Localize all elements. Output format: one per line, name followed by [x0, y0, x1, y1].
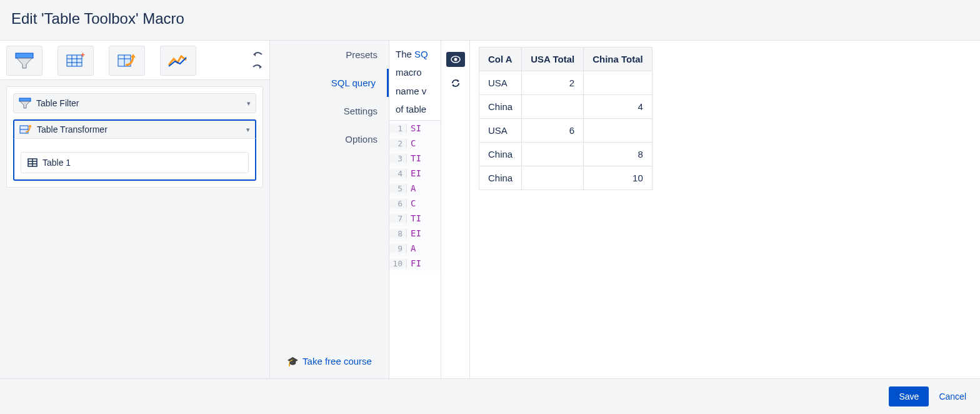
grid-plus-icon: +: [66, 53, 86, 69]
undo-redo-group: [252, 51, 263, 70]
svg-point-24: [454, 58, 457, 61]
svg-text:+: +: [81, 53, 85, 59]
transform-small-icon: [19, 124, 32, 134]
take-free-course-link[interactable]: 🎓Take free course: [270, 348, 389, 378]
tree-card: Table Filter ▾ Table Transformer ▾: [6, 86, 263, 188]
cell: [522, 143, 584, 166]
preview-controls: [441, 41, 470, 378]
sql-link[interactable]: SQ: [414, 49, 428, 59]
page-title: Edit 'Table Toolbox' Macro: [11, 10, 969, 28]
cell: 2: [522, 71, 584, 95]
titlebar: Edit 'Table Toolbox' Macro: [0, 0, 980, 41]
undo-icon[interactable]: [252, 51, 263, 58]
tabs-column: Presets SQL query Settings Options 🎓Take…: [270, 41, 389, 378]
editor-column: The SQ macro name v of table 1SI 2C 3TI …: [389, 41, 441, 378]
graduation-cap-icon: 🎓: [287, 356, 299, 366]
tab-options[interactable]: Options: [270, 125, 389, 153]
chart-icon: [168, 53, 189, 69]
eye-icon: [451, 56, 461, 63]
node-body-transformer: Table 1: [13, 138, 256, 181]
cell: USA: [479, 71, 522, 95]
refresh-icon: [451, 78, 461, 88]
refresh-button[interactable]: [451, 78, 461, 88]
cancel-button[interactable]: Cancel: [939, 386, 966, 406]
svg-marker-15: [20, 101, 30, 108]
tool-transform-button[interactable]: [109, 46, 145, 76]
funnel-small-icon: [19, 98, 31, 109]
svg-marker-26: [452, 84, 454, 87]
preview-area: Col A USA Total China Total USA 2 China …: [470, 41, 980, 378]
node-table-transformer[interactable]: Table Transformer ▾: [13, 119, 256, 139]
table-small-icon: [28, 158, 38, 167]
cell: [584, 119, 652, 143]
svg-marker-18: [28, 124, 32, 127]
node-table-filter[interactable]: Table Filter ▾: [13, 93, 256, 113]
chevron-down-icon: ▾: [247, 99, 251, 108]
cell: 4: [584, 95, 652, 119]
toolbar: +: [0, 41, 269, 80]
svg-rect-14: [19, 98, 31, 101]
tool-chart-button[interactable]: [160, 46, 196, 76]
col-header: USA Total: [522, 48, 584, 71]
tab-settings[interactable]: Settings: [270, 97, 389, 125]
table-row: China 10: [479, 166, 652, 190]
table-row: China 4: [479, 95, 652, 119]
main: +: [0, 41, 980, 378]
code-editor[interactable]: 1SI 2C 3TI 4EI 5A 6C 7TI 8EI 9A 10FI: [389, 120, 441, 271]
preview-table: Col A USA Total China Total USA 2 China …: [479, 47, 652, 190]
preview-toggle-button[interactable]: [446, 52, 465, 67]
editor-description: The SQ: [389, 47, 441, 65]
table-row: USA 6: [479, 119, 652, 143]
cell: [522, 95, 584, 119]
svg-marker-13: [259, 65, 262, 69]
svg-marker-25: [458, 79, 459, 82]
svg-marker-12: [253, 53, 256, 56]
cell: USA: [479, 119, 522, 143]
cell: 6: [522, 119, 584, 143]
footer: Save Cancel: [0, 378, 980, 414]
funnel-icon: [14, 52, 34, 69]
left-panel: +: [0, 41, 270, 378]
cell: [584, 71, 652, 95]
svg-rect-0: [16, 53, 33, 58]
cell: 10: [584, 166, 652, 190]
macro-tree: Table Filter ▾ Table Transformer ▾: [0, 80, 269, 194]
tab-presets[interactable]: Presets: [270, 41, 389, 69]
save-button[interactable]: Save: [889, 386, 929, 406]
tool-filter-button[interactable]: [6, 46, 42, 76]
cell: China: [479, 143, 522, 166]
col-header: China Total: [584, 48, 652, 71]
table-item-label: Table 1: [42, 158, 71, 168]
editor-description-line: macro: [389, 65, 441, 83]
svg-marker-1: [17, 58, 32, 68]
cell: China: [479, 95, 522, 119]
cell: [522, 166, 584, 190]
table-row: USA 2: [479, 71, 652, 95]
col-header: Col A: [479, 48, 522, 71]
cell: China: [479, 166, 522, 190]
node-label: Table Transformer: [37, 124, 108, 134]
tool-add-table-button[interactable]: +: [58, 46, 94, 76]
chevron-down-icon: ▾: [246, 126, 250, 134]
redo-icon[interactable]: [252, 64, 263, 70]
table-row: China 8: [479, 143, 652, 166]
editor-description-line: of table: [389, 102, 441, 120]
cell: 8: [584, 143, 652, 166]
editor-description-line: name v: [389, 84, 441, 102]
node-label: Table Filter: [36, 98, 79, 108]
arrow-table-icon: [117, 53, 137, 69]
svg-marker-11: [131, 54, 136, 58]
svg-rect-2: [67, 55, 82, 66]
tab-sql-query[interactable]: SQL query: [270, 69, 389, 97]
table-item[interactable]: Table 1: [21, 152, 249, 173]
